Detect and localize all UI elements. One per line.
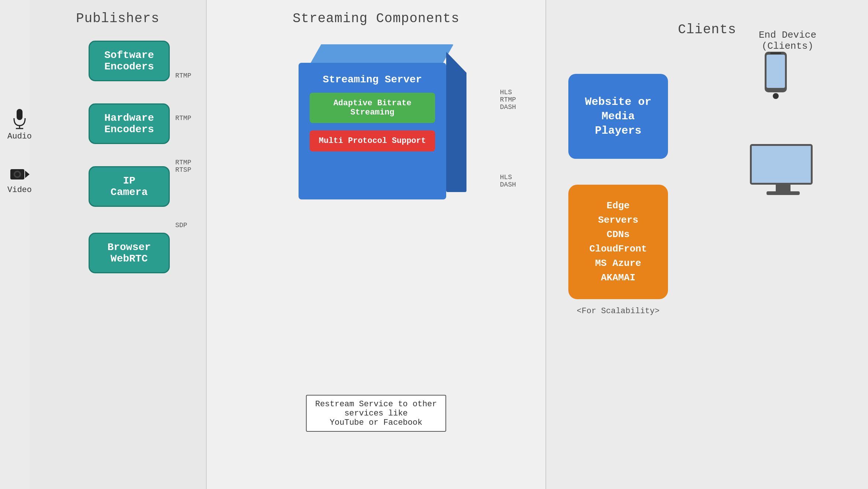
clients-section: Clients Website orMediaPlayers EdgeServe… (546, 0, 868, 489)
edge-servers-box: EdgeServersCDNsCloudFrontMS AzureAKAMAI (568, 185, 668, 299)
browser-webrtc-box: BrowserWebRTC (89, 233, 170, 273)
restream-label: Restream Service to other services likeY… (307, 400, 445, 427)
hardware-encoders-box: HardwareEncoders (89, 103, 170, 144)
proto-rtmp2: RTMP (175, 114, 191, 122)
adaptive-bitrate-feature: Adaptive BitrateStreaming (310, 93, 435, 123)
audio-label: Audio (7, 107, 32, 141)
svg-rect-21 (767, 55, 785, 88)
scalability-label: <For Scalability> (568, 307, 668, 316)
server-title: Streaming Server (323, 74, 422, 85)
software-encoders-box: SoftwareEncoders (89, 41, 170, 81)
server-top-face (310, 44, 454, 65)
restream-box: Restream Service to other services likeY… (306, 395, 446, 432)
monitor-icon (746, 140, 820, 201)
svg-marker-19 (25, 171, 30, 178)
streaming-server-3d: Streaming Server Adaptive BitrateStreami… (299, 44, 454, 192)
audio-arrow (35, 131, 50, 135)
ip-camera-label: IPCamera (111, 175, 148, 198)
software-encoders-label: SoftwareEncoders (104, 49, 154, 72)
svg-point-22 (773, 93, 779, 99)
monitor-svg (746, 140, 820, 199)
server-right-face (446, 52, 466, 192)
mic-icon (10, 107, 29, 129)
proto-sdp: SDP (175, 222, 187, 229)
video-label: Video (7, 166, 32, 195)
svg-rect-27 (767, 191, 800, 195)
browser-webrtc-label: BrowserWebRTC (107, 242, 151, 264)
svg-rect-23 (770, 52, 781, 54)
phone-svg (757, 48, 794, 114)
proto-rtmp-rtsp: RTMPRTSP (175, 159, 191, 174)
ip-camera-box: IPCamera (89, 166, 170, 207)
streaming-title: Streaming Components (207, 0, 545, 26)
camera-icon (10, 166, 30, 183)
diagram-container: Audio Video Publishers SoftwareEncoders … (0, 0, 868, 489)
publishers-title: Publishers (30, 0, 206, 26)
svg-rect-13 (17, 109, 23, 120)
svg-rect-26 (776, 185, 790, 192)
server-front-face: Streaming Server Adaptive BitrateStreami… (299, 63, 446, 199)
streaming-section: Streaming Components Streaming Server Ad… (207, 0, 546, 489)
svg-rect-25 (752, 146, 811, 183)
phone-icon (757, 48, 794, 116)
website-media-players-box: Website orMediaPlayers (568, 74, 668, 159)
proto-rtmp1: RTMP (175, 72, 191, 79)
proto-hls-dash: HLSDASH (500, 174, 516, 188)
hardware-encoders-label: HardwareEncoders (104, 112, 154, 135)
proto-hls-rtmp-dash: HLSRTMPDASH (500, 89, 516, 111)
clients-title: Clients (546, 11, 868, 37)
publishers-section: Publishers SoftwareEncoders HardwareEnco… (30, 0, 207, 489)
multi-protocol-feature: Multi Protocol Support (310, 130, 435, 151)
svg-point-18 (15, 172, 20, 177)
website-media-players-label: Website orMediaPlayers (585, 95, 651, 138)
edge-servers-label: EdgeServersCDNsCloudFrontMS AzureAKAMAI (589, 199, 647, 285)
